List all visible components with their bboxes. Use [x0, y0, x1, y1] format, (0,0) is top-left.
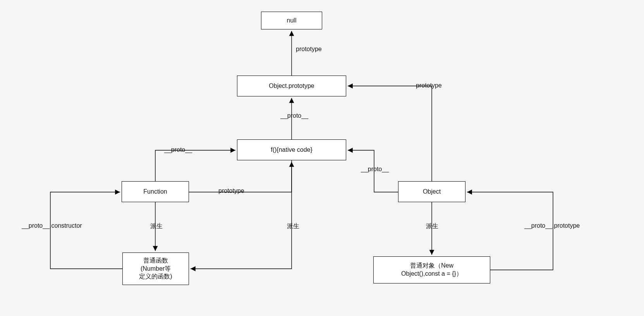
- edge-native-derive: [191, 160, 292, 269]
- node-null: null: [261, 12, 322, 29]
- label-derive-native: 派生: [285, 222, 301, 230]
- label-proto-prototype: __proto__.prototype: [523, 222, 581, 229]
- label-derive-object: 派生: [424, 222, 440, 230]
- node-plain-object: 普通对象（New Object(),const a = {}）: [373, 256, 490, 283]
- node-object-text: Object: [423, 188, 441, 196]
- label-proto-constructor: __proto__.constructor: [20, 222, 84, 229]
- label-prototype-top: prototype: [294, 46, 323, 53]
- edge-plainfn-constructor: [50, 192, 122, 269]
- label-function-prototype: prototype: [217, 187, 246, 194]
- plain-fn-line2: (Number等: [141, 265, 171, 273]
- node-object: Object: [398, 181, 465, 202]
- label-object-prototype-top: prototype: [414, 82, 443, 89]
- node-function-text: Function: [143, 188, 167, 196]
- node-null-text: null: [287, 17, 297, 25]
- node-object-prototype: Object.prototype: [237, 76, 346, 96]
- label-derive-function: 派生: [149, 222, 164, 230]
- label-object-proto-upleft: __proto__: [359, 166, 390, 173]
- diagram-canvas: { "nodes": { "null": { "text": "null" },…: [0, 0, 644, 316]
- label-proto-left: __proto__: [163, 146, 194, 153]
- node-plain-function: 普通函数 (Number等 定义的函数): [122, 252, 189, 285]
- node-object-prototype-text: Object.prototype: [269, 82, 314, 90]
- edge-function-proto-to-native: [155, 150, 235, 181]
- node-native-function-text: f(){native code}: [271, 146, 313, 154]
- plain-fn-line1: 普通函数: [143, 257, 168, 265]
- plain-obj-line2: Object(),const a = {}）: [401, 270, 462, 278]
- node-function: Function: [122, 181, 189, 202]
- plain-fn-line3: 定义的函数): [139, 273, 172, 281]
- label-proto-mid: __proto__: [279, 112, 310, 119]
- plain-obj-line1: 普通对象（New: [410, 262, 453, 270]
- node-native-function: f(){native code}: [237, 139, 346, 160]
